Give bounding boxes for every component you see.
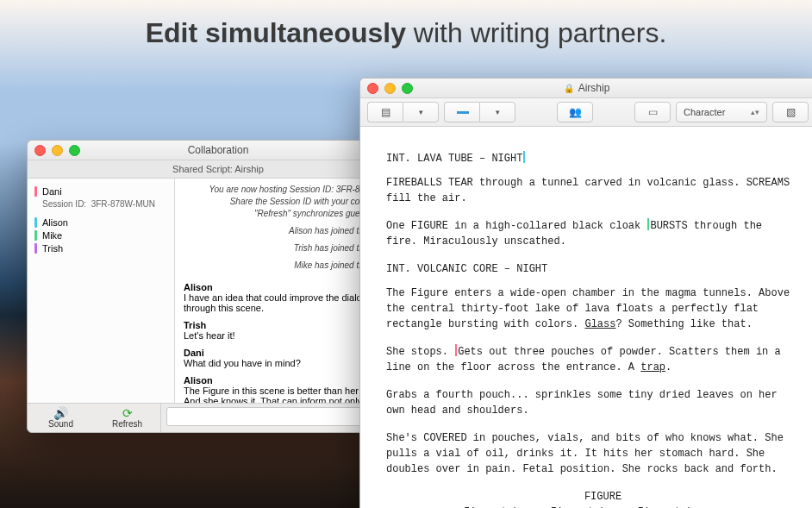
- action-paragraph: She stops. Gets out three pouches of pow…: [386, 344, 794, 375]
- dialogue-text: I'm not here. I'm not here. I'm not here…: [464, 505, 742, 508]
- collab-footer: 🔊 Sound ⟳ Refresh: [28, 403, 409, 432]
- user-name: Trish: [42, 243, 63, 254]
- collab-users-pane: Dani Session ID: 3FR-878W-MUN Alison Mik…: [28, 179, 175, 403]
- element-type-select[interactable]: Character ▴▾: [676, 102, 767, 122]
- editor-titlebar: 🔒 Airship: [360, 78, 812, 98]
- user-row[interactable]: Dani: [34, 186, 167, 197]
- collab-cursor-alison: [523, 151, 525, 163]
- collab-subheader: Shared Script: Airship: [28, 160, 409, 179]
- page-icon: ▭: [648, 106, 658, 118]
- user-name: Mike: [42, 230, 62, 241]
- action-paragraph: Grabs a fourth pouch... sprinkles some t…: [386, 387, 794, 418]
- collab-titlebar: Collaboration: [28, 141, 409, 160]
- action-paragraph: FIREBALLS TEAR through a tunnel carved i…: [386, 175, 794, 206]
- sound-button[interactable]: 🔊 Sound: [28, 404, 94, 432]
- user-row[interactable]: Alison: [34, 217, 167, 228]
- user-row[interactable]: Mike: [34, 230, 167, 241]
- people-icon: 👥: [569, 106, 582, 118]
- image-icon: ▧: [786, 106, 796, 118]
- user-color-bar: [34, 230, 37, 241]
- sidebar-dropdown[interactable]: ▾: [479, 102, 515, 122]
- layout-icon: ▤: [381, 106, 390, 118]
- dialogue-block: FIGURE I'm not here. I'm not here. I'm n…: [464, 489, 742, 508]
- document-title: 🔒 Airship: [360, 82, 812, 94]
- character-name: FIGURE: [464, 489, 742, 505]
- sidebar-button[interactable]: [444, 102, 479, 122]
- user-color-bar: [34, 186, 37, 197]
- action-paragraph: She's COVERED in pouches, vials, and bit…: [386, 430, 794, 477]
- collaborators-button[interactable]: 👥: [557, 102, 593, 122]
- scene-heading: INT. VOLCANIC CORE – NIGHT: [386, 261, 794, 277]
- headline: Edit simultaneously with writing partner…: [0, 0, 812, 49]
- image-button[interactable]: ▧: [772, 102, 809, 122]
- refresh-icon: ⟳: [94, 407, 160, 419]
- editor-toolbar: ▤ ▾ ▾ 👥 ▭ Character ▴▾ ▧ ✎ ▾ ✱ ▾: [360, 98, 812, 127]
- user-color-bar: [34, 217, 37, 228]
- user-name: Alison: [42, 217, 68, 228]
- sidebar-icon: [457, 111, 469, 114]
- editor-window: 🔒 Airship ▤ ▾ ▾ 👥 ▭ Character ▴▾ ▧ ✎: [359, 78, 812, 508]
- user-name: Dani: [42, 186, 62, 197]
- page-button[interactable]: ▭: [634, 102, 671, 122]
- user-row[interactable]: Trish: [34, 243, 167, 254]
- chevron-down-icon: ▾: [496, 108, 500, 116]
- collaboration-window: Collaboration Shared Script: Airship Dan…: [27, 140, 409, 433]
- view-dropdown[interactable]: ▾: [403, 102, 439, 122]
- script-body[interactable]: INT. LAVA TUBE – NIGHT FIREBALLS TEAR th…: [360, 127, 812, 508]
- collab-title: Collaboration: [28, 144, 409, 156]
- collab-cursor-dani: [455, 344, 457, 356]
- action-paragraph: The Figure enters a wide-open chamber in…: [386, 285, 794, 332]
- speaker-icon: 🔊: [28, 407, 94, 419]
- session-id-line: Session ID: 3FR-878W-MUN: [42, 199, 167, 209]
- action-paragraph: One FIGURE in a high-collared black cloa…: [386, 218, 794, 249]
- lock-icon: 🔒: [564, 84, 574, 93]
- scene-heading: INT. LAVA TUBE – NIGHT: [386, 151, 794, 166]
- user-color-bar: [34, 243, 37, 254]
- chevron-down-icon: ▾: [419, 108, 423, 116]
- element-type-label: Character: [684, 107, 725, 117]
- refresh-button[interactable]: ⟳ Refresh: [94, 404, 160, 432]
- updown-icon: ▴▾: [751, 108, 759, 116]
- view-button[interactable]: ▤: [367, 102, 403, 122]
